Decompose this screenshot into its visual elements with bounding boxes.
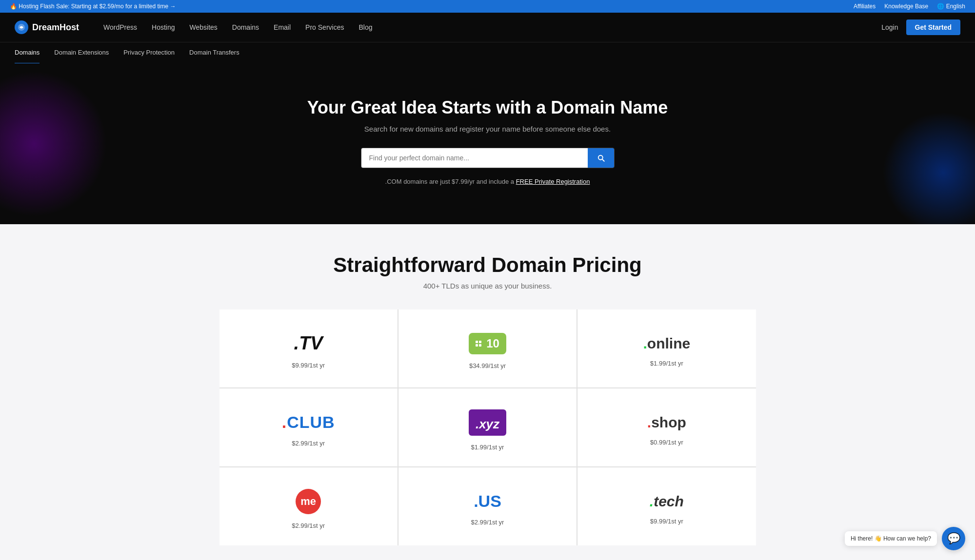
nav-email[interactable]: Email: [274, 23, 291, 31]
top-bar: 🔥 Hosting Flash Sale: Starting at $2.59/…: [0, 0, 975, 13]
domain-logo-us: .US: [474, 492, 501, 511]
chat-avatar-button[interactable]: 💬: [942, 527, 965, 550]
main-nav: DreamHost WordPress Hosting Websites Dom…: [0, 13, 975, 42]
domain-logo-me: me: [296, 489, 321, 514]
nav-wordpress[interactable]: WordPress: [103, 23, 137, 31]
domain-card-shop[interactable]: .shop $0.99/1st yr: [577, 388, 756, 466]
domain-logo-club: .CLUB: [282, 413, 335, 432]
pricing-section: Straightforward Domain Pricing 400+ TLDs…: [0, 224, 975, 560]
domain-card-me[interactable]: me $2.99/1st yr: [219, 467, 398, 545]
domain-price-xyz: $1.99/1st yr: [471, 444, 504, 451]
logo-icon: [15, 20, 28, 34]
promo-text: 🔥 Hosting Flash Sale: Starting at $2.59/…: [10, 3, 176, 10]
logo-text: DreamHost: [32, 22, 79, 33]
pricing-title: Straightforward Domain Pricing: [10, 253, 965, 277]
top-bar-promo[interactable]: 🔥 Hosting Flash Sale: Starting at $2.59/…: [10, 3, 176, 10]
nav-pro-services[interactable]: Pro Services: [305, 23, 344, 31]
chat-bubble: Hi there! 👋 How can we help?: [845, 531, 937, 546]
domain-logo-online: .online: [643, 335, 690, 352]
search-input[interactable]: [361, 148, 588, 168]
domain-price-club: $2.99/1st yr: [292, 440, 325, 447]
hero-section: Your Great Idea Starts with a Domain Nam…: [0, 63, 975, 224]
hero-title: Your Great Idea Starts with a Domain Nam…: [10, 97, 965, 118]
login-link[interactable]: Login: [881, 23, 898, 31]
top-bar-links: Affiliates Knowledge Base 🌐 English: [854, 3, 965, 10]
domain-logo-tech: .tech: [650, 493, 684, 510]
subnav-domain-transfers[interactable]: Domain Transfers: [189, 42, 239, 64]
nav-blog[interactable]: Blog: [358, 23, 372, 31]
domain-price-us: $2.99/1st yr: [471, 519, 504, 526]
nav-domains[interactable]: Domains: [232, 23, 259, 31]
domain-card-tv[interactable]: .TV $9.99/1st yr: [219, 309, 398, 387]
domain-price-shop: $0.99/1st yr: [650, 439, 683, 446]
domain-logo-shop: .shop: [647, 414, 686, 431]
domain-card-club[interactable]: .CLUB $2.99/1st yr: [219, 388, 398, 466]
chat-widget: Hi there! 👋 How can we help? 💬: [845, 527, 965, 550]
domain-card-ten[interactable]: 10 $34.99/1st yr: [398, 309, 577, 387]
domain-price-me: $2.99/1st yr: [292, 522, 325, 529]
domain-price-tv: $9.99/1st yr: [292, 362, 325, 369]
domain-price-tech: $9.99/1st yr: [650, 518, 683, 525]
free-registration-link[interactable]: FREE Private Registration: [516, 178, 590, 185]
domain-logo-xyz: .xyz: [469, 409, 506, 436]
domain-price-online: $1.99/1st yr: [650, 360, 683, 367]
search-button[interactable]: [588, 148, 614, 168]
affiliates-link[interactable]: Affiliates: [854, 3, 876, 10]
domain-card-online[interactable]: .online $1.99/1st yr: [577, 309, 756, 387]
domain-logo-ten: 10: [469, 333, 506, 354]
nav-websites[interactable]: Websites: [189, 23, 217, 31]
hero-note-text: .COM domains are just $7.99/yr and inclu…: [385, 178, 514, 185]
hero-note: .COM domains are just $7.99/yr and inclu…: [10, 178, 965, 185]
domain-logo-tv: .TV: [294, 333, 323, 354]
nav-left: DreamHost WordPress Hosting Websites Dom…: [15, 20, 372, 34]
domain-search-bar: [361, 148, 615, 168]
language-selector[interactable]: 🌐 English: [937, 3, 965, 10]
domain-price-ten: $34.99/1st yr: [469, 362, 506, 369]
nav-right: Login Get Started: [881, 19, 960, 35]
subnav-domains[interactable]: Domains: [15, 42, 40, 64]
logo[interactable]: DreamHost: [15, 20, 79, 34]
subnav-privacy-protection[interactable]: Privacy Protection: [123, 42, 175, 64]
domain-card-us[interactable]: .US $2.99/1st yr: [398, 467, 577, 545]
hero-subtitle: Search for new domains and register your…: [10, 125, 965, 133]
domain-grid: .TV $9.99/1st yr 10 $34.99/1st yr: [219, 309, 756, 545]
get-started-button[interactable]: Get Started: [906, 19, 960, 35]
subnav-domain-extensions[interactable]: Domain Extensions: [54, 42, 109, 64]
pricing-subtitle: 400+ TLDs as unique as your business.: [10, 282, 965, 290]
search-icon: [597, 154, 605, 162]
knowledge-base-link[interactable]: Knowledge Base: [884, 3, 928, 10]
sub-nav: Domains Domain Extensions Privacy Protec…: [0, 42, 975, 63]
domain-card-xyz[interactable]: .xyz $1.99/1st yr: [398, 388, 577, 466]
domain-card-tech[interactable]: .tech $9.99/1st yr: [577, 467, 756, 545]
nav-hosting[interactable]: Hosting: [152, 23, 175, 31]
